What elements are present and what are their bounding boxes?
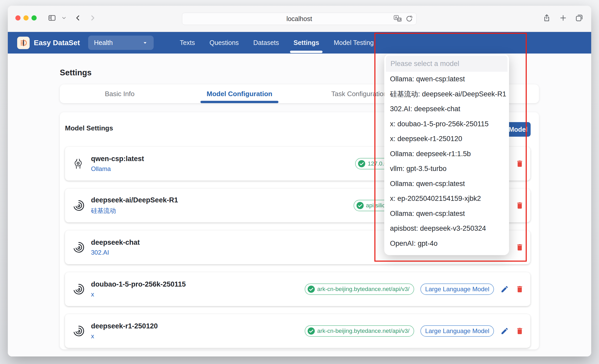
check-circle-icon [307, 285, 315, 293]
delete-model-button[interactable] [515, 285, 524, 294]
settings-tab-label: Task Configuration [331, 90, 387, 98]
dropdown-option[interactable]: 硅基流动: deepseek-ai/DeepSeek-R1 [384, 87, 509, 102]
dropdown-option-label: Ollama: deepseek-r1:1.5b [390, 150, 471, 158]
model-provider-link[interactable]: 302.AI [91, 249, 109, 256]
dropdown-option[interactable]: Ollama: qwen-csp:latest [384, 206, 509, 221]
model-name: qwen-csp:latest [91, 155, 144, 163]
settings-tab[interactable]: Basic Info [60, 84, 180, 103]
url-text: localhost [287, 15, 312, 23]
dropdown-option[interactable]: apisbost: deepseek-v3-250324 [384, 221, 509, 236]
dropdown-option[interactable]: 302.AI: deepseek-chat [384, 102, 509, 117]
app-header: Easy DataSet Health Texts Questions Data [8, 32, 591, 54]
dropdown-option-label: apisbost: deepseek-v3-250324 [390, 224, 486, 233]
app-title: Easy DataSet [34, 39, 80, 47]
back-button[interactable] [73, 13, 83, 23]
model-info: deepseek-r1-250120 x [91, 322, 158, 340]
model-name: deepseek-ai/DeepSeek-R1 [91, 196, 178, 204]
share-icon[interactable] [542, 13, 551, 23]
model-info: qwen-csp:latest Ollama [91, 155, 144, 173]
dropdown-option[interactable]: Ollama: deepseek-r1:1.5b [384, 147, 509, 162]
dropdown-option-label: Ollama: qwen-csp:latest [390, 180, 465, 188]
dropdown-option[interactable]: x: deepseek-r1-250120 [384, 131, 509, 147]
model-provider-link[interactable]: x [91, 333, 94, 340]
pencil-icon [500, 327, 509, 335]
active-nav-underline [290, 51, 323, 53]
edit-model-button[interactable] [500, 285, 509, 294]
dropdown-option-label: vllm: gpt-3.5-turbo [390, 165, 447, 173]
dropdown-option[interactable]: x: ep-20250402154159-xjbk2 [384, 191, 509, 206]
browser-window: localhost [8, 6, 591, 356]
dropdown-options: Ollama: qwen-csp:latest 硅基流动: deepseek-a… [384, 72, 509, 251]
address-bar[interactable]: localhost [182, 13, 416, 25]
check-circle-icon [356, 202, 364, 209]
chevron-down-icon[interactable] [59, 13, 69, 23]
browser-toolbar: localhost [8, 6, 591, 32]
sidebar-icon[interactable] [47, 13, 57, 23]
nav-item-label: Datasets [253, 39, 279, 47]
model-row-actions: ark-cn-beijing.bytedance.net/api/v3/ Lar… [305, 314, 524, 348]
settings-tab-label: Basic Info [105, 90, 134, 98]
reload-icon[interactable] [405, 15, 413, 23]
model-name: deepseek-chat [91, 239, 140, 247]
dropdown-option-label: Ollama: qwen-csp:latest [390, 75, 465, 83]
pencil-icon [500, 285, 509, 293]
model-provider-link[interactable]: 硅基流动 [91, 207, 116, 215]
nav-item[interactable]: Datasets [253, 32, 279, 54]
model-type-badge: Large Language Model [420, 325, 494, 337]
nav-item[interactable]: Model Testing [334, 32, 374, 54]
easy-dataset-logo [17, 37, 30, 49]
minimize-window-button[interactable] [23, 15, 29, 21]
dropdown-option[interactable]: vllm: gpt-3.5-turbo [384, 161, 509, 176]
model-row: doubao-1-5-pro-256k-250115 x ark-cn-bei [65, 272, 530, 306]
dropdown-option-label: Ollama: qwen-csp:latest [390, 210, 465, 218]
new-tab-icon[interactable] [558, 13, 568, 23]
model-name: deepseek-r1-250120 [91, 322, 158, 330]
nav-item-label: Model Testing [334, 39, 374, 47]
model-info: doubao-1-5-pro-256k-250115 x [91, 280, 186, 298]
model-provider-link[interactable]: Ollama [91, 165, 111, 173]
dropdown-option[interactable]: Ollama: qwen-csp:latest [384, 176, 509, 191]
nav-item-label: Settings [294, 39, 319, 47]
check-circle-icon [307, 327, 315, 335]
check-circle-icon [358, 160, 366, 168]
model-info: deepseek-ai/DeepSeek-R1 硅基流动 [91, 196, 178, 215]
nav-item[interactable]: Questions [210, 32, 239, 54]
dropdown-option[interactable]: Ollama: qwen-csp:latest [384, 72, 509, 87]
zoom-window-button[interactable] [31, 15, 37, 21]
dropdown-option-label: OpenAI: gpt-4o [390, 240, 438, 248]
deepseek-icon [72, 283, 85, 296]
dropdown-option[interactable]: OpenAI: gpt-4o [384, 236, 509, 251]
project-select-value: Health [94, 39, 113, 47]
trash-icon [516, 285, 524, 293]
model-settings-heading: Model Settings [65, 124, 113, 132]
settings-tab[interactable]: Model Configuration [180, 84, 300, 103]
edit-model-button[interactable] [500, 327, 509, 335]
deepseek-icon [72, 241, 85, 254]
dropdown-option[interactable]: x: doubao-1-5-pro-256k-250115 [384, 117, 509, 132]
active-tab-underline [200, 101, 278, 103]
delete-model-button[interactable] [515, 327, 524, 335]
translate-icon[interactable] [393, 15, 402, 23]
dropdown-option-label: 硅基流动: deepseek-ai/DeepSeek-R1 [390, 89, 506, 99]
forward-button[interactable] [88, 13, 97, 23]
nav-item[interactable]: Texts [180, 32, 195, 54]
nav-item[interactable]: Settings [294, 32, 319, 54]
dropdown-placeholder-option[interactable]: Please select a model [386, 56, 507, 72]
trash-icon [516, 160, 524, 168]
chevron-down-icon [142, 39, 148, 46]
delete-model-button[interactable] [515, 159, 524, 168]
nav-item-label: Texts [180, 39, 195, 47]
delete-model-button[interactable] [515, 201, 524, 210]
tab-overview-icon[interactable] [575, 13, 584, 23]
main-nav: Texts Questions Datasets Settings Model … [180, 32, 374, 54]
endpoint-text: ark-cn-beijing.bytedance.net/api/v3/ [317, 328, 409, 334]
delete-model-button[interactable] [515, 243, 524, 252]
project-select[interactable]: Health [88, 36, 154, 50]
close-window-button[interactable] [15, 15, 21, 21]
screenshot-root: localhost [0, 0, 599, 364]
nav-item-label: Questions [210, 39, 239, 47]
model-name: doubao-1-5-pro-256k-250115 [91, 280, 186, 288]
deepseek-icon [72, 199, 85, 212]
model-provider-link[interactable]: x [91, 291, 94, 298]
model-type-text: Large Language Model [425, 327, 489, 335]
